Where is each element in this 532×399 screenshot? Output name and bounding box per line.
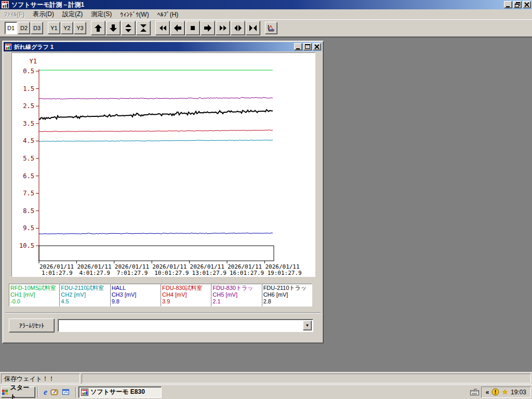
x-tick-time: 13:01:27.9 bbox=[192, 270, 227, 276]
combo-dropdown-button[interactable]: ▼ bbox=[303, 321, 312, 330]
close-button[interactable] bbox=[523, 1, 531, 8]
app-icon bbox=[81, 389, 88, 396]
d1-button[interactable]: D1 bbox=[5, 22, 17, 34]
expand-horizontal-button[interactable] bbox=[231, 21, 245, 35]
alarm-combobox[interactable]: ▼ bbox=[58, 319, 313, 332]
menu-item-measure[interactable]: 測定(S) bbox=[87, 9, 116, 20]
app-icon bbox=[1, 1, 9, 9]
d1-label: D1 bbox=[7, 25, 15, 31]
alarm-reset-label: ｱﾗｰﾑﾘｾｯﾄ bbox=[19, 322, 44, 329]
menu-item-file[interactable]: ﾌｧｲﾙ(F) bbox=[0, 10, 29, 19]
graph-close-button[interactable] bbox=[313, 43, 321, 50]
rewind-icon bbox=[158, 24, 167, 32]
y-tick-label: 7.5 bbox=[23, 190, 34, 197]
stop-icon bbox=[189, 24, 197, 32]
status-empty-panel bbox=[82, 374, 531, 383]
arrow-up-icon bbox=[94, 24, 102, 32]
show-desktop-icon[interactable] bbox=[50, 389, 59, 396]
keyboard-icon[interactable] bbox=[470, 389, 479, 395]
y-tick-label: 1.5 bbox=[23, 85, 34, 92]
y-tick-label: 4.5 bbox=[23, 137, 34, 144]
graph-window-icon bbox=[5, 43, 12, 50]
compress-vertical-button[interactable] bbox=[136, 21, 151, 35]
time-range-box bbox=[39, 246, 274, 261]
y2-label: Y2 bbox=[63, 25, 70, 31]
task-button[interactable]: ソフトサーモ E830 bbox=[78, 387, 162, 398]
series-ch3 bbox=[39, 233, 273, 234]
graph-minimize-button[interactable] bbox=[294, 43, 302, 50]
expand-vertical-button[interactable] bbox=[121, 21, 136, 35]
taskbar-separator bbox=[37, 387, 38, 397]
chart-panel: Y10.51.52.53.54.55.56.57.58.59.510.52026… bbox=[11, 52, 315, 277]
maximize-icon bbox=[304, 44, 311, 50]
toolbar-separator bbox=[151, 22, 155, 34]
expand-horizontal-icon bbox=[234, 24, 242, 32]
channel-name: RFD-10MS試料室 bbox=[10, 285, 58, 291]
x-tick-time: 4:01:27.9 bbox=[79, 270, 110, 276]
alarm-reset-button[interactable]: ｱﾗｰﾑﾘｾｯﾄ bbox=[9, 318, 55, 332]
clock: 19:03 bbox=[511, 389, 526, 396]
channel-value: 3.9 bbox=[162, 298, 209, 305]
ie-icon[interactable]: e bbox=[44, 388, 47, 397]
y3-button[interactable]: Y3 bbox=[74, 22, 86, 34]
y1-label: Y1 bbox=[50, 25, 57, 31]
divider bbox=[5, 312, 321, 313]
status-bar: 保存ウェイト！！ bbox=[0, 372, 532, 384]
menu-item-help[interactable]: ﾍﾙﾌﾟ(H) bbox=[153, 10, 183, 19]
menu-item-window[interactable]: ｳｨﾝﾄﾞｳ(W) bbox=[116, 10, 153, 19]
tray-expand-chevron[interactable]: « bbox=[486, 389, 489, 396]
star-icon[interactable]: ★ bbox=[502, 388, 508, 396]
move-down-button[interactable] bbox=[106, 21, 121, 35]
close-icon bbox=[314, 44, 320, 50]
y-tick-label: 10.5 bbox=[19, 242, 34, 249]
fast-forward-button[interactable] bbox=[216, 21, 230, 35]
compress-horizontal-button[interactable] bbox=[246, 21, 260, 35]
chevron-down-icon: ▼ bbox=[305, 323, 310, 328]
rewind-button[interactable] bbox=[155, 21, 170, 35]
y-axis-label: Y1 bbox=[30, 58, 37, 65]
toolbar-separator bbox=[44, 22, 48, 34]
channel-cell-ch4: FDU-830試料室CH4 [mV]3.9 bbox=[161, 284, 211, 307]
start-button[interactable]: スタート bbox=[1, 387, 35, 398]
y2-button[interactable]: Y2 bbox=[61, 22, 73, 34]
y-tick-label: 2.5 bbox=[23, 102, 34, 110]
channel-ch: CH2 [mV] bbox=[61, 291, 108, 298]
graph-window-titlebar: 折れ線グラフ 1 bbox=[4, 42, 322, 51]
menu-bar: ﾌｧｲﾙ(F)表示(D)設定(Z)測定(S)ｳｨﾝﾄﾞｳ(W)ﾍﾙﾌﾟ(H) bbox=[0, 9, 532, 19]
minimize-button[interactable] bbox=[504, 1, 512, 8]
x-tick-time: 1:01:27.9 bbox=[42, 270, 73, 276]
graph-icon bbox=[267, 24, 275, 32]
channel-name: FDU-830試料室 bbox=[162, 285, 209, 291]
channel-ch: CH1 [mV] bbox=[10, 291, 58, 298]
graph-window-title: 折れ線グラフ 1 bbox=[14, 43, 293, 51]
step-left-button[interactable] bbox=[170, 21, 185, 35]
graph-display-button[interactable] bbox=[265, 22, 277, 34]
menu-item-settings[interactable]: 設定(Z) bbox=[58, 9, 87, 20]
start-label: スタート bbox=[10, 383, 35, 399]
graph-maximize-button[interactable] bbox=[303, 43, 312, 50]
series-ch6 bbox=[39, 110, 273, 119]
outlook-icon[interactable] bbox=[62, 389, 70, 396]
move-up-button[interactable] bbox=[91, 21, 105, 35]
step-right-button[interactable] bbox=[201, 21, 215, 35]
status-message-panel: 保存ウェイト！！ bbox=[1, 374, 80, 383]
graph-window: 折れ線グラフ 1 Y10.51.52.53.54.55.56.57.58.59.… bbox=[2, 41, 324, 343]
restore-button[interactable] bbox=[513, 1, 522, 8]
x-tick-time: 10:01:27.9 bbox=[154, 270, 189, 276]
y1-button[interactable]: Y1 bbox=[48, 22, 60, 34]
stop-button[interactable] bbox=[185, 21, 200, 35]
windows-logo-icon bbox=[2, 389, 9, 396]
expand-vertical-icon bbox=[124, 24, 132, 32]
channel-value: 9.8 bbox=[112, 298, 159, 305]
d3-button[interactable]: D3 bbox=[31, 22, 43, 34]
security-alert-icon[interactable] bbox=[491, 388, 499, 396]
restore-icon bbox=[514, 2, 521, 8]
d2-button[interactable]: D2 bbox=[18, 22, 30, 34]
channel-ch: CH4 [mV] bbox=[162, 291, 209, 298]
arrow-left-icon bbox=[174, 24, 182, 32]
menu-item-view[interactable]: 表示(D) bbox=[29, 9, 58, 20]
line-chart: Y10.51.52.53.54.55.56.57.58.59.510.52026… bbox=[12, 53, 315, 276]
channel-name: FDU-2110試料室 bbox=[61, 285, 108, 291]
minimize-icon bbox=[505, 2, 511, 8]
toolbar-separator bbox=[261, 22, 265, 34]
